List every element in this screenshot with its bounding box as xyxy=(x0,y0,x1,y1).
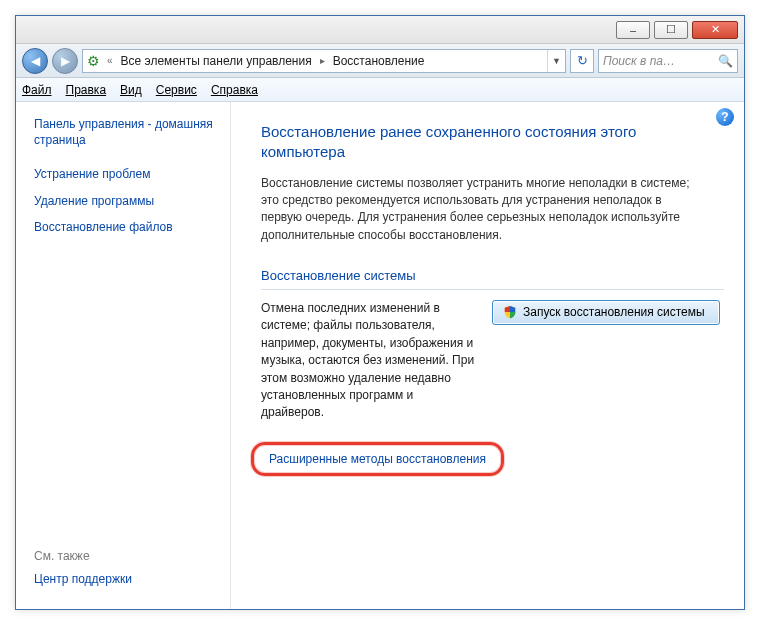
page-title: Восстановление ранее сохраненного состоя… xyxy=(261,122,691,163)
sidebar: Панель управления - домашняя страница Ус… xyxy=(16,102,231,609)
back-button[interactable]: ◀ xyxy=(22,48,48,74)
help-icon[interactable]: ? xyxy=(716,108,734,126)
menu-file[interactable]: Файл xyxy=(22,83,52,97)
arrow-left-icon: ◀ xyxy=(31,54,40,68)
menu-view[interactable]: Вид xyxy=(120,83,142,97)
chevron-right-icon: ▸ xyxy=(316,55,329,66)
refresh-button[interactable]: ↻ xyxy=(570,49,594,73)
advanced-recovery-wrap: Расширенные методы восстановления xyxy=(261,448,494,470)
maximize-button[interactable]: ☐ xyxy=(654,21,688,39)
section-divider xyxy=(261,289,724,290)
breadcrumb[interactable]: ⚙ « Все элементы панели управления ▸ Вос… xyxy=(82,49,566,73)
refresh-icon: ↻ xyxy=(577,53,588,68)
menu-help[interactable]: Справка xyxy=(211,83,258,97)
chevron-left-icon: « xyxy=(103,55,117,66)
start-system-restore-button[interactable]: Запуск восстановления системы xyxy=(492,300,720,325)
see-also-label: См. также xyxy=(34,549,218,563)
address-dropdown-button[interactable]: ▼ xyxy=(547,50,565,72)
search-placeholder: Поиск в па… xyxy=(603,54,675,68)
close-button[interactable]: ✕ xyxy=(692,21,738,39)
search-input[interactable]: Поиск в па… 🔍 xyxy=(598,49,738,73)
breadcrumb-item-all[interactable]: Все элементы панели управления xyxy=(117,54,316,68)
body: Панель управления - домашняя страница Ус… xyxy=(16,102,744,609)
arrow-right-icon: ▶ xyxy=(61,54,70,68)
start-system-restore-label: Запуск восстановления системы xyxy=(523,305,705,319)
page-description: Восстановление системы позволяет устрани… xyxy=(261,175,701,245)
sidebar-home-link[interactable]: Панель управления - домашняя страница xyxy=(34,116,218,148)
window: – ☐ ✕ ◀ ▶ ⚙ « Все элементы панели управл… xyxy=(15,15,745,610)
system-restore-row: Отмена последних изменений в системе; фа… xyxy=(261,300,724,422)
menu-tools[interactable]: Сервис xyxy=(156,83,197,97)
menu-bar: Файл Правка Вид Сервис Справка xyxy=(16,78,744,102)
menu-edit[interactable]: Правка xyxy=(66,83,107,97)
sidebar-restore-files-link[interactable]: Восстановление файлов xyxy=(34,219,218,235)
shield-icon xyxy=(503,305,517,319)
forward-button[interactable]: ▶ xyxy=(52,48,78,74)
minimize-button[interactable]: – xyxy=(616,21,650,39)
sidebar-troubleshoot-link[interactable]: Устранение проблем xyxy=(34,166,218,182)
search-icon: 🔍 xyxy=(718,54,733,68)
sidebar-uninstall-link[interactable]: Удаление программы xyxy=(34,193,218,209)
system-restore-description: Отмена последних изменений в системе; фа… xyxy=(261,300,476,422)
content-area: ? Восстановление ранее сохраненного сост… xyxy=(231,102,744,609)
address-bar: ◀ ▶ ⚙ « Все элементы панели управления ▸… xyxy=(16,44,744,78)
titlebar: – ☐ ✕ xyxy=(16,16,744,44)
sidebar-action-center-link[interactable]: Центр поддержки xyxy=(34,571,218,587)
advanced-recovery-link[interactable]: Расширенные методы восстановления xyxy=(261,448,494,470)
breadcrumb-item-recovery[interactable]: Восстановление xyxy=(329,54,429,68)
control-panel-icon: ⚙ xyxy=(83,53,103,69)
section-title: Восстановление системы xyxy=(261,268,724,283)
